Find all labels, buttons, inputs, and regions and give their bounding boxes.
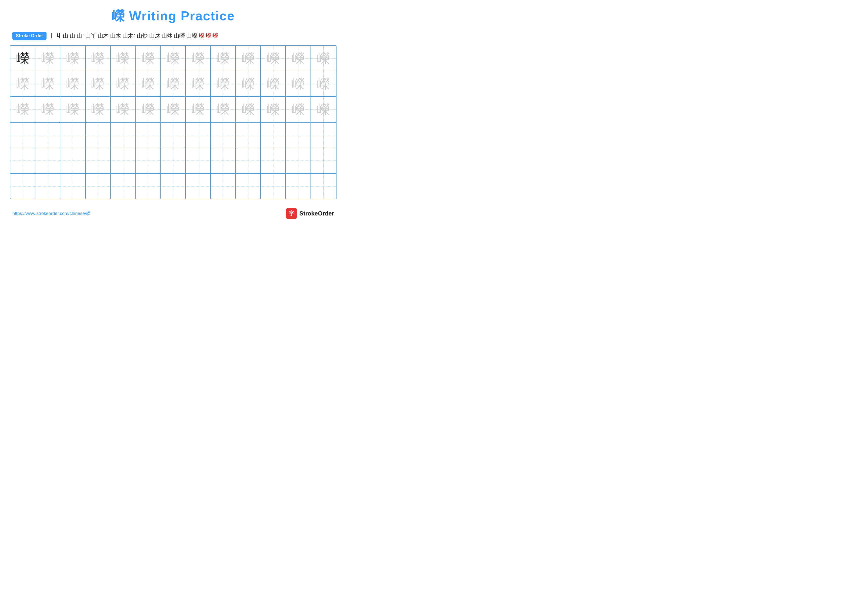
grid-cell-r1-c3[interactable]: 嶸 xyxy=(60,46,85,71)
grid-cell-r2-c9[interactable]: 嶸 xyxy=(211,72,236,96)
grid-cell-r5-c1[interactable] xyxy=(10,148,36,173)
grid-cell-r2-c8[interactable]: 嶸 xyxy=(186,72,211,96)
grid-cell-r1-c11[interactable]: 嶸 xyxy=(261,46,286,71)
grid-cell-r1-c13[interactable]: 嶸 xyxy=(311,46,336,71)
grid-cell-r6-c1[interactable] xyxy=(10,174,36,199)
grid-cell-r2-c10[interactable]: 嶸 xyxy=(236,72,261,96)
stroke-step-3: 山 xyxy=(63,33,68,39)
brand-icon: 字 xyxy=(286,208,297,219)
stroke-step-16: 嶸 xyxy=(206,33,211,39)
grid-cell-r1-c7[interactable]: 嶸 xyxy=(161,46,186,71)
grid-cell-r1-c12[interactable]: 嶸 xyxy=(286,46,311,71)
grid-cell-r3-c6[interactable]: 嶸 xyxy=(136,97,161,122)
grid-cell-r6-c10[interactable] xyxy=(236,174,261,199)
grid-cell-r5-c12[interactable] xyxy=(286,148,311,173)
grid-cell-r2-c2[interactable]: 嶸 xyxy=(36,72,60,96)
grid-cell-r1-c6[interactable]: 嶸 xyxy=(136,46,161,71)
grid-cell-r1-c9[interactable]: 嶸 xyxy=(211,46,236,71)
grid-cell-r2-c13[interactable]: 嶸 xyxy=(311,72,336,96)
grid-row-2: 嶸 嶸 嶸 嶸 嶸 嶸 嶸 嶸 嶸 嶸 嶸 嶸 嶸 xyxy=(10,72,336,97)
grid-cell-r4-c2[interactable] xyxy=(36,123,60,148)
stroke-order-badge: Stroke Order xyxy=(12,32,46,40)
grid-cell-r3-c9[interactable]: 嶸 xyxy=(211,97,236,122)
grid-cell-r1-c2[interactable]: 嶸 xyxy=(36,46,60,71)
stroke-step-4: 山 xyxy=(70,33,75,39)
grid-cell-r2-c3[interactable]: 嶸 xyxy=(60,72,85,96)
grid-cell-r4-c7[interactable] xyxy=(161,123,186,148)
page-title: 嶸 Writing Practice xyxy=(10,8,336,25)
grid-cell-r3-c3[interactable]: 嶸 xyxy=(60,97,85,122)
grid-cell-r6-c4[interactable] xyxy=(85,174,111,199)
stroke-order-row: Stroke Order 丨 丩 山 山 山˙ 山丫 山木 山木 山木˙ 山炒 … xyxy=(10,32,336,40)
grid-cell-r4-c11[interactable] xyxy=(261,123,286,148)
grid-cell-r4-c5[interactable] xyxy=(111,123,136,148)
stroke-step-13: 山嶸 xyxy=(174,33,185,39)
stroke-step-17: 嶸 xyxy=(212,33,218,39)
stroke-step-1: 丨 xyxy=(49,33,54,39)
grid-cell-r6-c5[interactable] xyxy=(111,174,136,199)
grid-cell-r2-c7[interactable]: 嶸 xyxy=(161,72,186,96)
grid-cell-r3-c5[interactable]: 嶸 xyxy=(111,97,136,122)
grid-cell-r3-c12[interactable]: 嶸 xyxy=(286,97,311,122)
grid-cell-r6-c9[interactable] xyxy=(211,174,236,199)
grid-cell-r5-c13[interactable] xyxy=(311,148,336,173)
grid-cell-r6-c13[interactable] xyxy=(311,174,336,199)
grid-row-4 xyxy=(10,123,336,148)
grid-cell-r4-c1[interactable] xyxy=(10,123,36,148)
grid-cell-r5-c7[interactable] xyxy=(161,148,186,173)
grid-cell-r2-c5[interactable]: 嶸 xyxy=(111,72,136,96)
grid-cell-r6-c11[interactable] xyxy=(261,174,286,199)
grid-cell-r5-c9[interactable] xyxy=(211,148,236,173)
grid-cell-r6-c7[interactable] xyxy=(161,174,186,199)
grid-cell-r4-c12[interactable] xyxy=(286,123,311,148)
grid-cell-r6-c2[interactable] xyxy=(36,174,60,199)
grid-cell-r4-c10[interactable] xyxy=(236,123,261,148)
grid-cell-r2-c4[interactable]: 嶸 xyxy=(85,72,111,96)
practice-grid: 嶸 嶸 嶸 嶸 嶸 嶸 嶸 嶸 嶸 嶸 嶸 嶸 嶸 嶸 嶸 嶸 嶸 嶸 嶸 嶸 … xyxy=(10,45,336,199)
grid-cell-r1-c8[interactable]: 嶸 xyxy=(186,46,211,71)
grid-cell-r5-c4[interactable] xyxy=(85,148,111,173)
grid-cell-r3-c4[interactable]: 嶸 xyxy=(85,97,111,122)
grid-cell-r3-c8[interactable]: 嶸 xyxy=(186,97,211,122)
grid-cell-r4-c13[interactable] xyxy=(311,123,336,148)
grid-cell-r2-c1[interactable]: 嶸 xyxy=(10,72,36,96)
grid-cell-r5-c2[interactable] xyxy=(36,148,60,173)
grid-cell-r1-c1[interactable]: 嶸 xyxy=(10,46,36,71)
footer-url-link[interactable]: https://www.strokeorder.com/chinese/嶸 xyxy=(12,210,91,216)
grid-cell-r3-c13[interactable]: 嶸 xyxy=(311,97,336,122)
grid-cell-r3-c7[interactable]: 嶸 xyxy=(161,97,186,122)
grid-cell-r4-c4[interactable] xyxy=(85,123,111,148)
grid-cell-r3-c10[interactable]: 嶸 xyxy=(236,97,261,122)
grid-cell-r6-c12[interactable] xyxy=(286,174,311,199)
grid-cell-r6-c3[interactable] xyxy=(60,174,85,199)
stroke-step-9: 山木˙ xyxy=(122,33,135,39)
grid-cell-r2-c12[interactable]: 嶸 xyxy=(286,72,311,96)
grid-cell-r2-c6[interactable]: 嶸 xyxy=(136,72,161,96)
grid-cell-r1-c5[interactable]: 嶸 xyxy=(111,46,136,71)
grid-cell-r5-c6[interactable] xyxy=(136,148,161,173)
grid-cell-r5-c8[interactable] xyxy=(186,148,211,173)
grid-cell-r2-c11[interactable]: 嶸 xyxy=(261,72,286,96)
footer-brand: 字 StrokeOrder xyxy=(286,208,334,219)
brand-name: StrokeOrder xyxy=(299,210,334,217)
stroke-step-5: 山˙ xyxy=(77,33,84,39)
grid-row-5 xyxy=(10,148,336,174)
grid-cell-r3-c2[interactable]: 嶸 xyxy=(36,97,60,122)
grid-cell-r6-c6[interactable] xyxy=(136,174,161,199)
grid-cell-r4-c3[interactable] xyxy=(60,123,85,148)
grid-cell-r6-c8[interactable] xyxy=(186,174,211,199)
grid-cell-r3-c1[interactable]: 嶸 xyxy=(10,97,36,122)
stroke-step-7: 山木 xyxy=(98,33,108,39)
grid-cell-r4-c9[interactable] xyxy=(211,123,236,148)
grid-cell-r5-c5[interactable] xyxy=(111,148,136,173)
grid-cell-r5-c10[interactable] xyxy=(236,148,261,173)
footer: https://www.strokeorder.com/chinese/嶸 字 … xyxy=(10,208,336,219)
grid-cell-r1-c10[interactable]: 嶸 xyxy=(236,46,261,71)
grid-cell-r5-c3[interactable] xyxy=(60,148,85,173)
grid-cell-r3-c11[interactable]: 嶸 xyxy=(261,97,286,122)
grid-cell-r5-c11[interactable] xyxy=(261,148,286,173)
grid-row-6 xyxy=(10,174,336,199)
grid-cell-r1-c4[interactable]: 嶸 xyxy=(85,46,111,71)
grid-cell-r4-c6[interactable] xyxy=(136,123,161,148)
grid-cell-r4-c8[interactable] xyxy=(186,123,211,148)
